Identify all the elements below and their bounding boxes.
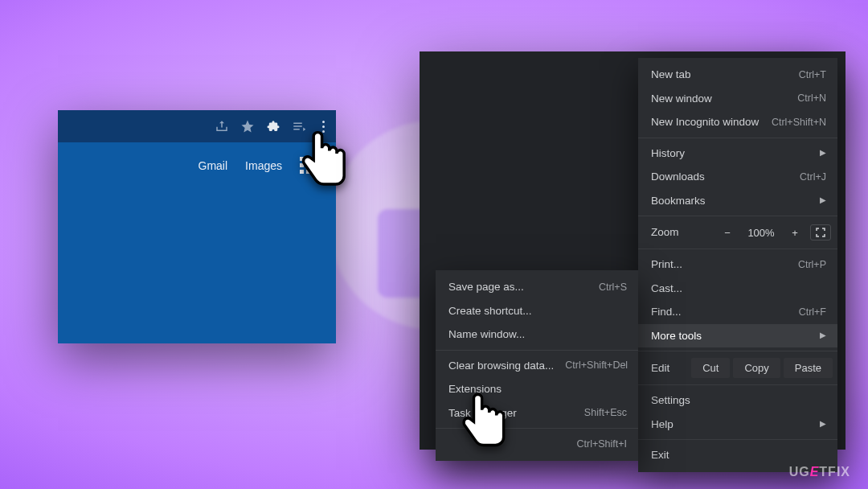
menu-separator: [638, 439, 837, 440]
left-toolbar: [58, 110, 336, 142]
chevron-right-icon: ▶: [820, 420, 826, 428]
menu-history[interactable]: History▶: [638, 142, 837, 166]
zoom-out-button[interactable]: −: [719, 228, 736, 238]
menu-new-window[interactable]: New windowCtrl+N: [638, 87, 837, 111]
menu-more-tools[interactable]: More tools▶: [638, 324, 837, 348]
menu-new-tab[interactable]: New tabCtrl+T: [638, 63, 837, 87]
watermark: UGETFIX: [789, 465, 850, 479]
menu-print[interactable]: Print...Ctrl+P: [638, 253, 837, 277]
edit-paste-button[interactable]: Paste: [784, 358, 833, 378]
menu-exit[interactable]: Exit: [638, 443, 837, 467]
zoom-in-button[interactable]: +: [786, 228, 804, 238]
left-browser-window: Gmail Images: [58, 110, 336, 343]
menu-downloads[interactable]: DownloadsCtrl+J: [638, 165, 837, 189]
submenu-create-shortcut[interactable]: Create shortcut...: [436, 299, 638, 323]
kebab-menu-icon[interactable]: [322, 121, 325, 133]
menu-separator: [638, 216, 837, 216]
menu-separator: [638, 138, 837, 138]
menu-bookmarks[interactable]: Bookmarks▶: [638, 189, 837, 213]
extensions-icon[interactable]: [266, 119, 280, 134]
gmail-link[interactable]: Gmail: [199, 159, 228, 172]
menu-separator: [638, 249, 837, 249]
reading-list-icon[interactable]: [292, 119, 306, 134]
submenu-task-manager[interactable]: Task managerShift+Esc: [436, 401, 638, 425]
submenu-name-window[interactable]: Name window...: [436, 323, 638, 347]
menu-separator: [638, 384, 837, 385]
menu-cast[interactable]: Cast...: [638, 277, 837, 301]
menu-edit: Edit Cut Copy Paste: [638, 355, 837, 381]
chevron-right-icon: ▶: [820, 149, 826, 157]
menu-find[interactable]: Find...Ctrl+F: [638, 300, 837, 324]
star-icon[interactable]: [240, 119, 255, 134]
submenu-dev-tools[interactable]: Developer toolsCtrl+Shift+I: [436, 432, 638, 456]
menu-separator: [436, 350, 638, 351]
menu-separator: [436, 428, 638, 429]
submenu-save-page[interactable]: Save page as...Ctrl+S: [436, 275, 638, 299]
apps-grid-icon[interactable]: [300, 157, 317, 174]
submenu-extensions[interactable]: Extensions: [436, 377, 638, 401]
chevron-right-icon: ▶: [820, 196, 826, 204]
menu-settings[interactable]: Settings: [638, 388, 837, 413]
edit-copy-button[interactable]: Copy: [733, 358, 780, 378]
submenu-clear-data[interactable]: Clear browsing data...Ctrl+Shift+Del: [436, 354, 638, 378]
fullscreen-button[interactable]: [810, 224, 831, 240]
menu-zoom: Zoom − 100% +: [638, 220, 837, 245]
menu-separator: [638, 351, 837, 351]
menu-incognito[interactable]: New Incognito windowCtrl+Shift+N: [638, 110, 837, 134]
more-tools-submenu: Save page as...Ctrl+S Create shortcut...…: [436, 270, 638, 461]
share-icon[interactable]: [215, 119, 229, 134]
images-link[interactable]: Images: [245, 159, 282, 172]
zoom-level: 100%: [743, 228, 780, 238]
chevron-right-icon: ▶: [820, 331, 826, 339]
right-browser-window: New tabCtrl+T New windowCtrl+N New Incog…: [420, 51, 845, 450]
edit-cut-button[interactable]: Cut: [691, 358, 730, 378]
left-header-links: Gmail Images: [58, 142, 336, 174]
menu-help[interactable]: Help▶: [638, 413, 837, 437]
chrome-main-menu: New tabCtrl+T New windowCtrl+N New Incog…: [638, 58, 837, 472]
